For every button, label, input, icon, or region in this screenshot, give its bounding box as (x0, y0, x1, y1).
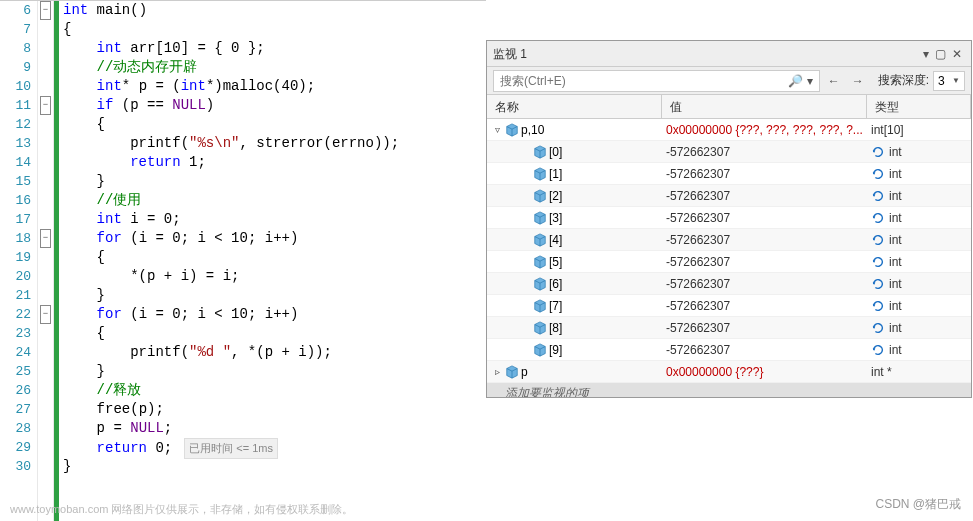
code-line[interactable]: //动态内存开辟 (63, 58, 486, 77)
nav-forward-icon[interactable]: → (848, 74, 868, 88)
watch-cell-name[interactable]: ▹ p (487, 365, 662, 379)
watch-titlebar[interactable]: 监视 1 ▾ ▢ ✕ (487, 41, 971, 67)
refresh-icon[interactable] (871, 277, 885, 291)
watch-row[interactable]: [3]-572662307int (487, 207, 971, 229)
fold-toggle-icon[interactable]: − (40, 305, 51, 324)
code-area[interactable]: int main(){ int arr[10] = { 0 }; //动态内存开… (59, 1, 486, 521)
refresh-icon[interactable] (871, 299, 885, 313)
close-icon[interactable]: ✕ (949, 41, 965, 67)
code-line[interactable]: } (63, 362, 486, 381)
code-line[interactable]: { (63, 324, 486, 343)
code-line[interactable]: { (63, 115, 486, 134)
watch-cell-name[interactable]: [7] (487, 299, 662, 313)
watch-cell-value[interactable]: -572662307 (662, 321, 867, 335)
code-line[interactable]: printf("%d ", *(p + i)); (63, 343, 486, 362)
watch-cell-value[interactable]: -572662307 (662, 167, 867, 181)
watch-cell-name[interactable]: [5] (487, 255, 662, 269)
watch-cell-value[interactable]: -572662307 (662, 233, 867, 247)
code-line[interactable]: { (63, 248, 486, 267)
code-line[interactable]: int* p = (int*)malloc(40); (63, 77, 486, 96)
col-header-name[interactable]: 名称 (487, 95, 662, 118)
col-header-value[interactable]: 值 (662, 95, 867, 118)
fold-cell[interactable]: − (38, 1, 53, 20)
refresh-icon[interactable] (871, 233, 885, 247)
watch-cell-value[interactable]: -572662307 (662, 277, 867, 291)
watch-cell-name[interactable]: [0] (487, 145, 662, 159)
refresh-icon[interactable] (871, 321, 885, 335)
watch-row[interactable]: [4]-572662307int (487, 229, 971, 251)
refresh-icon[interactable] (871, 343, 885, 357)
code-line[interactable]: return 0;已用时间 <= 1ms (63, 438, 486, 457)
refresh-icon[interactable] (871, 211, 885, 225)
fold-cell[interactable]: − (38, 96, 53, 115)
watch-cell-name[interactable]: [4] (487, 233, 662, 247)
code-line[interactable]: for (i = 0; i < 10; i++) (63, 229, 486, 248)
code-line[interactable]: int main() (63, 1, 486, 20)
watch-cell-value[interactable]: 0x00000000 {???} (662, 365, 867, 379)
watch-row[interactable]: [5]-572662307int (487, 251, 971, 273)
watch-row[interactable]: [7]-572662307int (487, 295, 971, 317)
refresh-icon[interactable] (871, 167, 885, 181)
maximize-icon[interactable]: ▢ (932, 41, 949, 67)
nav-back-icon[interactable]: ← (824, 74, 844, 88)
watch-cell-name[interactable]: [6] (487, 277, 662, 291)
watch-cell-value[interactable]: -572662307 (662, 211, 867, 225)
watch-cell-name[interactable]: [3] (487, 211, 662, 225)
code-line[interactable]: } (63, 172, 486, 191)
watch-row[interactable]: ▿ p,100x00000000 {???, ???, ???, ???, ?.… (487, 119, 971, 141)
refresh-icon[interactable] (871, 255, 885, 269)
code-line[interactable]: int arr[10] = { 0 }; (63, 39, 486, 58)
line-number: 22 (0, 305, 31, 324)
code-line[interactable]: return 1; (63, 153, 486, 172)
fold-cell[interactable]: − (38, 229, 53, 248)
code-line[interactable]: int i = 0; (63, 210, 486, 229)
fold-cell[interactable]: − (38, 305, 53, 324)
refresh-icon[interactable] (871, 189, 885, 203)
chevron-down-icon[interactable]: ▼ (952, 76, 960, 85)
code-line[interactable]: if (p == NULL) (63, 96, 486, 115)
watch-row[interactable]: [9]-572662307int (487, 339, 971, 361)
watch-cell-value[interactable]: -572662307 (662, 145, 867, 159)
expander-icon[interactable]: ▹ (491, 366, 503, 377)
search-input[interactable] (500, 74, 788, 88)
code-line[interactable]: } (63, 457, 486, 476)
fold-toggle-icon[interactable]: − (40, 1, 51, 20)
search-box[interactable]: 🔎 ▾ (493, 70, 820, 92)
watch-row[interactable]: [0]-572662307int (487, 141, 971, 163)
watch-cell-value[interactable]: 0x00000000 {???, ???, ???, ???, ?... (662, 123, 867, 137)
watch-cell-name[interactable]: [9] (487, 343, 662, 357)
watch-cell-value[interactable]: -572662307 (662, 299, 867, 313)
depth-input[interactable]: 3 ▼ (933, 71, 965, 91)
code-line[interactable]: printf("%s\n", strerror(errno)); (63, 134, 486, 153)
watch-add-placeholder[interactable]: 添加要监视的项 (487, 383, 971, 397)
code-line[interactable]: p = NULL; (63, 419, 486, 438)
watch-row[interactable]: [8]-572662307int (487, 317, 971, 339)
watch-cell-name[interactable]: ▿ p,10 (487, 123, 662, 137)
code-line[interactable]: for (i = 0; i < 10; i++) (63, 305, 486, 324)
code-line[interactable]: *(p + i) = i; (63, 267, 486, 286)
code-line[interactable]: } (63, 286, 486, 305)
code-line[interactable]: //使用 (63, 191, 486, 210)
col-header-type[interactable]: 类型 (867, 95, 971, 118)
code-line[interactable]: free(p); (63, 400, 486, 419)
code-line[interactable]: //释放 (63, 381, 486, 400)
watch-cell-name[interactable]: [2] (487, 189, 662, 203)
fold-toggle-icon[interactable]: − (40, 96, 51, 115)
watch-row[interactable]: ▹ p0x00000000 {???}int * (487, 361, 971, 383)
watch-cell-value[interactable]: -572662307 (662, 189, 867, 203)
search-icon[interactable]: 🔎 ▾ (788, 74, 812, 88)
expander-icon[interactable]: ▿ (491, 124, 503, 135)
dropdown-icon[interactable]: ▾ (920, 41, 932, 67)
watch-name-text: [1] (549, 167, 562, 181)
watch-cell-name[interactable]: [1] (487, 167, 662, 181)
watch-cell-value[interactable]: -572662307 (662, 255, 867, 269)
watch-cell-value[interactable]: -572662307 (662, 343, 867, 357)
watch-row[interactable]: [2]-572662307int (487, 185, 971, 207)
refresh-icon[interactable] (871, 145, 885, 159)
watch-rows[interactable]: ▿ p,100x00000000 {???, ???, ???, ???, ?.… (487, 119, 971, 397)
watch-row[interactable]: [1]-572662307int (487, 163, 971, 185)
watch-cell-name[interactable]: [8] (487, 321, 662, 335)
watch-row[interactable]: [6]-572662307int (487, 273, 971, 295)
code-line[interactable]: { (63, 20, 486, 39)
fold-toggle-icon[interactable]: − (40, 229, 51, 248)
